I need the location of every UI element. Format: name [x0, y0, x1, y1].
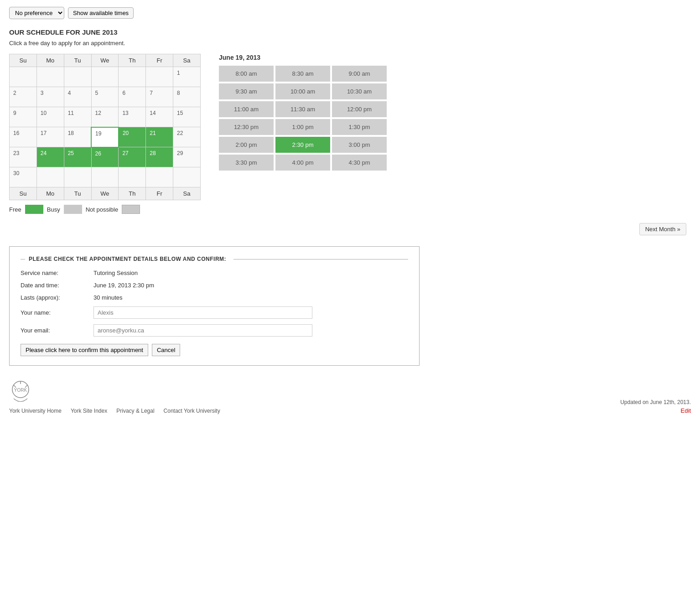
footer-nav-index[interactable]: York Site Index — [71, 408, 107, 414]
date-time-label: Date and time: — [21, 282, 93, 289]
next-month-wrap: Next Month » — [9, 223, 691, 235]
footer-edit-link[interactable]: Edit — [620, 407, 691, 414]
confirm-appointment-button[interactable]: Please click here to confirm this appoin… — [21, 344, 148, 356]
calendar-day-header: Th — [119, 54, 146, 67]
calendar-day-normal: 5 — [91, 87, 119, 107]
time-picker: June 19, 2013 8:00 am8:30 am9:00 am9:30 … — [219, 54, 387, 171]
calendar-day-header: Tu — [64, 54, 91, 67]
calendar-section: SuMoTuWeThFrSa 1234567891011121314151617… — [9, 54, 691, 214]
calendar-day-free[interactable]: 24 — [36, 147, 64, 167]
legend-notpossible-box — [122, 205, 140, 214]
footer-nav-home[interactable]: York University Home — [9, 408, 62, 414]
calendar-table: SuMoTuWeThFrSa 1234567891011121314151617… — [9, 54, 201, 200]
calendar-day-footer: We — [91, 187, 119, 200]
calendar-day-footer: Mo — [36, 187, 64, 200]
calendar-day-free[interactable]: 21 — [146, 127, 173, 147]
footer-right: Updated on June 12th, 2013. Edit — [620, 399, 691, 414]
show-times-button[interactable]: Show available times — [68, 7, 134, 19]
calendar-day-normal: 23 — [10, 147, 37, 167]
time-slot-button[interactable]: 9:00 am — [332, 66, 387, 82]
calendar-day-header: We — [91, 54, 119, 67]
confirmation-title: PLEASE CHECK THE APPOINTMENT DETAILS BEL… — [25, 256, 230, 262]
time-slot-button[interactable]: 10:30 am — [332, 83, 387, 99]
service-name-label: Service name: — [21, 270, 93, 276]
time-slot-button[interactable]: 4:00 pm — [275, 155, 330, 171]
calendar-day-free[interactable]: 25 — [64, 147, 91, 167]
calendar-day-footer: Su — [10, 187, 37, 200]
calendar-day-free[interactable]: 20 — [119, 127, 146, 147]
calendar-week-row: 2345678 — [10, 87, 201, 107]
time-slot-button[interactable]: 3:00 pm — [332, 137, 387, 153]
time-slot-button[interactable]: 11:00 am — [219, 101, 274, 117]
time-slot-button[interactable]: 8:30 am — [275, 66, 330, 82]
legend-notpossible-label: Not possible — [86, 206, 119, 213]
calendar-day-normal: 6 — [119, 87, 146, 107]
legend-busy-box — [64, 205, 82, 214]
time-slot-button[interactable]: 3:30 pm — [219, 155, 274, 171]
calendar-day-footer: Th — [119, 187, 146, 200]
duration-label: Lasts (approx): — [21, 294, 93, 301]
time-grid: 8:00 am8:30 am9:00 am9:30 am10:00 am10:3… — [219, 66, 387, 171]
footer-updated: Updated on June 12th, 2013. — [620, 399, 691, 405]
date-time-value: June 19, 2013 2:30 pm — [93, 282, 154, 289]
your-name-label: Your name: — [21, 309, 93, 316]
footer-left: YORK York University Home York Site Inde… — [9, 379, 220, 414]
confirmation-box: PLEASE CHECK THE APPOINTMENT DETAILS BEL… — [9, 246, 420, 366]
calendar-day-normal: 15 — [173, 107, 201, 127]
calendar-day-free[interactable]: 26 — [91, 147, 119, 167]
top-controls: No preference Show available times — [9, 7, 691, 19]
time-slot-button[interactable]: 1:00 pm — [275, 119, 330, 135]
time-picker-heading: June 19, 2013 — [219, 54, 387, 61]
legend-free-label: Free — [9, 206, 21, 213]
preference-select[interactable]: No preference — [9, 7, 64, 19]
next-month-button[interactable]: Next Month » — [639, 223, 686, 235]
confirm-actions: Please click here to confirm this appoin… — [21, 344, 408, 356]
your-name-input[interactable] — [93, 306, 312, 319]
calendar-day-normal: 10 — [36, 107, 64, 127]
time-slot-button[interactable]: 4:30 pm — [332, 155, 387, 171]
svg-text:YORK: YORK — [14, 388, 27, 393]
footer-nav-privacy[interactable]: Privacy & Legal — [116, 408, 154, 414]
calendar-day-normal: 14 — [146, 107, 173, 127]
calendar-week-row: 30 — [10, 167, 201, 187]
calendar-day-normal: 9 — [10, 107, 37, 127]
calendar-day-normal: 18 — [64, 127, 91, 147]
calendar-day-normal: 30 — [10, 167, 37, 187]
cancel-button[interactable]: Cancel — [152, 344, 180, 356]
calendar-day-normal: 22 — [173, 127, 201, 147]
calendar-day-free[interactable]: 27 — [119, 147, 146, 167]
schedule-heading: OUR SCHEDULE FOR JUNE 2013 — [9, 28, 691, 36]
confirmation-header: PLEASE CHECK THE APPOINTMENT DETAILS BEL… — [21, 256, 408, 262]
time-slot-button[interactable]: 1:30 pm — [332, 119, 387, 135]
calendar-day-normal: 13 — [119, 107, 146, 127]
date-time-row: Date and time: June 19, 2013 2:30 pm — [21, 282, 408, 289]
time-slot-button[interactable]: 2:00 pm — [219, 137, 274, 153]
legend: Free Busy Not possible — [9, 205, 201, 214]
time-slot-button[interactable]: 12:30 pm — [219, 119, 274, 135]
your-email-input[interactable] — [93, 324, 312, 337]
time-slot-button[interactable]: 2:30 pm — [275, 137, 330, 153]
calendar-day-footer: Sa — [173, 187, 201, 200]
calendar-day-normal: 1 — [173, 67, 201, 87]
footer-nav-contact[interactable]: Contact York University — [164, 408, 220, 414]
your-email-row: Your email: — [21, 324, 408, 337]
your-name-row: Your name: — [21, 306, 408, 319]
calendar-day-footer: Tu — [64, 187, 91, 200]
time-slot-button[interactable]: 9:30 am — [219, 83, 274, 99]
time-slot-button[interactable]: 10:00 am — [275, 83, 330, 99]
calendar-body: 1234567891011121314151617181920212223242… — [10, 67, 201, 187]
calendar-day-selected[interactable]: 19 — [91, 127, 119, 147]
time-slot-button[interactable]: 11:30 am — [275, 101, 330, 117]
calendar-day-footer: Fr — [146, 187, 173, 200]
calendar-day-header: Su — [10, 54, 37, 67]
calendar-day-normal: 8 — [173, 87, 201, 107]
time-slot-button[interactable]: 8:00 am — [219, 66, 274, 82]
schedule-subtext: Click a free day to apply for an appoint… — [9, 40, 691, 47]
calendar-day-free[interactable]: 28 — [146, 147, 173, 167]
calendar-header-row: SuMoTuWeThFrSa — [10, 54, 201, 67]
calendar-day-normal: 2 — [10, 87, 37, 107]
time-slot-button[interactable]: 12:00 pm — [332, 101, 387, 117]
service-name-value: Tutoring Session — [93, 270, 138, 276]
calendar-week-row: 1 — [10, 67, 201, 87]
calendar-day-normal: 7 — [146, 87, 173, 107]
